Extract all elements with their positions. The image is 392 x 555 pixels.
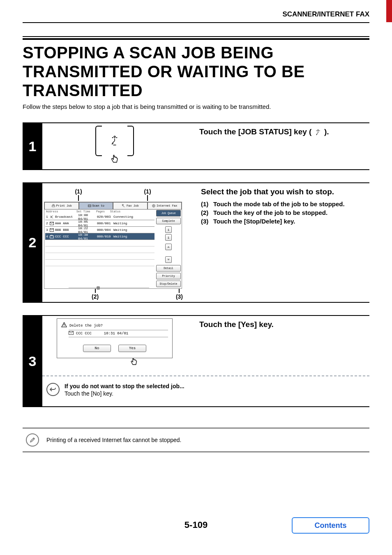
stop-delete-button[interactable]: Stop/Delete [156,281,181,287]
note-box: Printing of a received Internet fax cann… [23,428,369,452]
yes-button[interactable]: Yes [118,345,146,352]
job-status-key-figure [95,126,134,156]
step-number: 2 [23,183,42,302]
job-row[interactable]: 3 BBB BBB 10:22 04/01 000/004 Waiting [45,227,154,233]
fax-icon [122,204,126,208]
spin-value: 1 [165,226,172,233]
tab-fax-job[interactable]: Fax Job [113,202,148,210]
svg-point-14 [64,326,64,326]
job-row-selected[interactable]: 4 CCC CCC 10:30 04/01 000/010 Waiting [45,233,154,240]
svg-point-2 [116,137,117,138]
tab-print-job[interactable]: Print Job [44,202,79,210]
spin-value: 1 [165,234,172,241]
detail-button[interactable]: Detail [156,265,181,272]
mail-icon [49,222,54,225]
job-status-key-icon [314,127,324,136]
step-heading: Touch the [JOB STATUS] key ( ). [199,127,367,136]
mail-icon [69,331,74,336]
panel-edge [127,126,134,156]
svg-point-3 [317,130,318,131]
job-queue-button[interactable]: Job Queue [156,210,181,216]
substep-text: Touch the [Stop/Delete] key. [213,218,367,225]
page-title: STOPPING A SCAN JOB BEING TRANSMITTED OR… [23,43,369,100]
empty-row [45,246,154,253]
ftp-icon [49,235,54,238]
alt-note: If you do not want to stop the selected … [42,383,369,397]
dialog-job-time: 10:31 04/01 [104,332,128,336]
touch-finger-icon [129,357,139,369]
content: STOPPING A SCAN JOB BEING TRANSMITTED OR… [23,36,369,452]
rule [23,38,369,40]
job-status-screen: (1) (1) Print Job Sc [44,188,182,299]
svg-point-1 [112,137,113,138]
svg-rect-6 [52,205,55,207]
tab-internet-fax[interactable]: Internet Fax [148,202,182,210]
step-3: 3 Delete the job? [23,315,369,407]
note-text: Printing of a received Internet fax cann… [46,437,181,443]
printer-icon [51,204,55,208]
mail-icon [49,228,54,232]
tab-scan-to[interactable]: Scan to [79,202,113,210]
callout-1b: (1) [144,188,151,201]
contents-button[interactable]: Contents [292,517,369,534]
ifax-icon [152,204,156,208]
job-status-key-icon [109,134,120,148]
accent-bar [386,0,392,22]
step-1: 1 [23,122,369,170]
callout-1: (1) [75,188,82,201]
confirm-dialog: Delete the job? CCC CCC 10:31 04/01 No Y… [57,318,173,358]
dashed-divider [42,375,369,376]
no-button[interactable]: No [83,345,111,352]
broadcast-icon [49,215,54,219]
substep-text: Touch the key of the job to be stopped. [213,209,367,216]
substep-text: Touch the mode tab of the job to be stop… [213,200,367,207]
dialog-job-name: CCC CCC [76,332,92,336]
svg-rect-7 [53,205,54,206]
alt-note-text: Touch the [No] key. [65,390,184,397]
callout-3: (3) [176,289,183,300]
step-number: 1 [23,123,42,169]
section-title: SCANNER/INTERNET FAX [282,10,369,18]
column-headers: Address Set Time Pages Status [45,210,154,214]
step-heading: Select the job that you wish to stop. [201,187,367,196]
complete-button[interactable]: Complete [156,218,181,224]
svg-point-4 [316,131,317,131]
rule [23,36,369,37]
job-row[interactable]: 2 AAA AAA 10:05 04/01 000/001 Waiting [45,220,154,227]
svg-point-0 [114,136,115,138]
scroll-down-button[interactable] [165,256,172,263]
scan-icon [88,204,92,208]
intro-text: Follow the steps below to stop a job tha… [23,103,369,110]
return-icon [46,383,60,396]
pencil-icon [26,433,39,447]
empty-row [45,260,154,266]
empty-row [45,240,154,246]
job-row[interactable]: 1 Broadcast 10:00 04/01 020/003 Connecti… [45,214,154,220]
callout-2: (2) [92,289,99,300]
step-heading: Touch the [Yes] key. [199,320,367,329]
empty-row [45,253,154,260]
step-2: 2 (1) (1) Print Job [23,182,369,303]
scroll-up-button[interactable] [165,244,172,250]
panel-edge [95,126,102,156]
warning-icon [61,322,67,329]
alt-note-heading: If you do not want to stop the selected … [65,383,184,389]
svg-rect-13 [50,236,54,238]
step-number: 3 [23,316,42,406]
priority-button[interactable]: Priority [156,273,181,279]
touch-finger-icon [109,154,120,167]
running-header: SCANNER/INTERNET FAX [23,10,369,23]
svg-point-5 [319,131,320,131]
dialog-title: Delete the job? [69,324,103,328]
